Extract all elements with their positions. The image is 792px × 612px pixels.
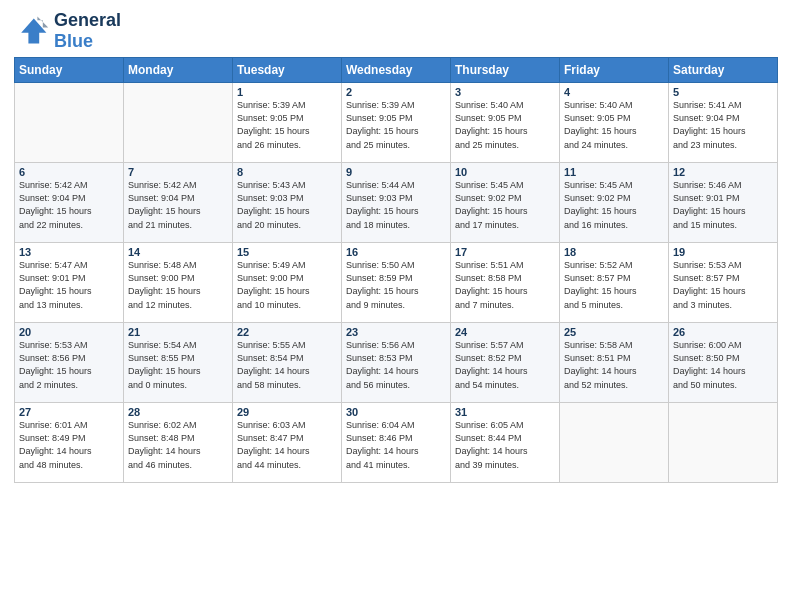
week-row-2: 6Sunrise: 5:42 AM Sunset: 9:04 PM Daylig… bbox=[15, 163, 778, 243]
calendar-cell: 2Sunrise: 5:39 AM Sunset: 9:05 PM Daylig… bbox=[342, 83, 451, 163]
calendar-cell: 11Sunrise: 5:45 AM Sunset: 9:02 PM Dayli… bbox=[560, 163, 669, 243]
day-info: Sunrise: 5:57 AM Sunset: 8:52 PM Dayligh… bbox=[455, 339, 555, 391]
day-info: Sunrise: 6:00 AM Sunset: 8:50 PM Dayligh… bbox=[673, 339, 773, 391]
calendar-cell: 9Sunrise: 5:44 AM Sunset: 9:03 PM Daylig… bbox=[342, 163, 451, 243]
weekday-header-sunday: Sunday bbox=[15, 58, 124, 83]
day-number: 2 bbox=[346, 86, 446, 98]
day-info: Sunrise: 5:49 AM Sunset: 9:00 PM Dayligh… bbox=[237, 259, 337, 311]
day-number: 25 bbox=[564, 326, 664, 338]
calendar-cell: 24Sunrise: 5:57 AM Sunset: 8:52 PM Dayli… bbox=[451, 323, 560, 403]
day-info: Sunrise: 5:39 AM Sunset: 9:05 PM Dayligh… bbox=[237, 99, 337, 151]
day-info: Sunrise: 5:45 AM Sunset: 9:02 PM Dayligh… bbox=[564, 179, 664, 231]
calendar-cell: 18Sunrise: 5:52 AM Sunset: 8:57 PM Dayli… bbox=[560, 243, 669, 323]
day-number: 15 bbox=[237, 246, 337, 258]
day-number: 24 bbox=[455, 326, 555, 338]
calendar-cell: 15Sunrise: 5:49 AM Sunset: 9:00 PM Dayli… bbox=[233, 243, 342, 323]
day-number: 1 bbox=[237, 86, 337, 98]
day-info: Sunrise: 5:48 AM Sunset: 9:00 PM Dayligh… bbox=[128, 259, 228, 311]
day-number: 8 bbox=[237, 166, 337, 178]
calendar-cell: 10Sunrise: 5:45 AM Sunset: 9:02 PM Dayli… bbox=[451, 163, 560, 243]
calendar-cell: 19Sunrise: 5:53 AM Sunset: 8:57 PM Dayli… bbox=[669, 243, 778, 323]
calendar-cell: 4Sunrise: 5:40 AM Sunset: 9:05 PM Daylig… bbox=[560, 83, 669, 163]
day-number: 23 bbox=[346, 326, 446, 338]
day-info: Sunrise: 5:39 AM Sunset: 9:05 PM Dayligh… bbox=[346, 99, 446, 151]
day-number: 12 bbox=[673, 166, 773, 178]
week-row-1: 1Sunrise: 5:39 AM Sunset: 9:05 PM Daylig… bbox=[15, 83, 778, 163]
day-number: 18 bbox=[564, 246, 664, 258]
week-row-4: 20Sunrise: 5:53 AM Sunset: 8:56 PM Dayli… bbox=[15, 323, 778, 403]
day-info: Sunrise: 5:52 AM Sunset: 8:57 PM Dayligh… bbox=[564, 259, 664, 311]
calendar-cell: 14Sunrise: 5:48 AM Sunset: 9:00 PM Dayli… bbox=[124, 243, 233, 323]
calendar-cell: 3Sunrise: 5:40 AM Sunset: 9:05 PM Daylig… bbox=[451, 83, 560, 163]
day-info: Sunrise: 5:46 AM Sunset: 9:01 PM Dayligh… bbox=[673, 179, 773, 231]
day-info: Sunrise: 6:05 AM Sunset: 8:44 PM Dayligh… bbox=[455, 419, 555, 471]
calendar-table: SundayMondayTuesdayWednesdayThursdayFrid… bbox=[14, 57, 778, 483]
day-info: Sunrise: 5:50 AM Sunset: 8:59 PM Dayligh… bbox=[346, 259, 446, 311]
calendar-cell bbox=[669, 403, 778, 483]
calendar-cell: 21Sunrise: 5:54 AM Sunset: 8:55 PM Dayli… bbox=[124, 323, 233, 403]
day-info: Sunrise: 5:45 AM Sunset: 9:02 PM Dayligh… bbox=[455, 179, 555, 231]
day-number: 13 bbox=[19, 246, 119, 258]
calendar-cell: 31Sunrise: 6:05 AM Sunset: 8:44 PM Dayli… bbox=[451, 403, 560, 483]
day-number: 26 bbox=[673, 326, 773, 338]
calendar-cell: 12Sunrise: 5:46 AM Sunset: 9:01 PM Dayli… bbox=[669, 163, 778, 243]
day-number: 21 bbox=[128, 326, 228, 338]
day-info: Sunrise: 5:53 AM Sunset: 8:56 PM Dayligh… bbox=[19, 339, 119, 391]
weekday-header-row: SundayMondayTuesdayWednesdayThursdayFrid… bbox=[15, 58, 778, 83]
day-number: 14 bbox=[128, 246, 228, 258]
day-number: 16 bbox=[346, 246, 446, 258]
calendar-cell: 30Sunrise: 6:04 AM Sunset: 8:46 PM Dayli… bbox=[342, 403, 451, 483]
weekday-header-saturday: Saturday bbox=[669, 58, 778, 83]
day-info: Sunrise: 6:03 AM Sunset: 8:47 PM Dayligh… bbox=[237, 419, 337, 471]
day-info: Sunrise: 6:02 AM Sunset: 8:48 PM Dayligh… bbox=[128, 419, 228, 471]
calendar-cell: 16Sunrise: 5:50 AM Sunset: 8:59 PM Dayli… bbox=[342, 243, 451, 323]
calendar-cell: 27Sunrise: 6:01 AM Sunset: 8:49 PM Dayli… bbox=[15, 403, 124, 483]
day-info: Sunrise: 5:40 AM Sunset: 9:05 PM Dayligh… bbox=[564, 99, 664, 151]
day-info: Sunrise: 6:01 AM Sunset: 8:49 PM Dayligh… bbox=[19, 419, 119, 471]
day-number: 19 bbox=[673, 246, 773, 258]
calendar-cell: 26Sunrise: 6:00 AM Sunset: 8:50 PM Dayli… bbox=[669, 323, 778, 403]
logo-text: GeneralBlue bbox=[54, 10, 121, 51]
calendar-cell bbox=[15, 83, 124, 163]
day-info: Sunrise: 6:04 AM Sunset: 8:46 PM Dayligh… bbox=[346, 419, 446, 471]
day-number: 10 bbox=[455, 166, 555, 178]
calendar-cell: 1Sunrise: 5:39 AM Sunset: 9:05 PM Daylig… bbox=[233, 83, 342, 163]
day-info: Sunrise: 5:56 AM Sunset: 8:53 PM Dayligh… bbox=[346, 339, 446, 391]
calendar-cell: 22Sunrise: 5:55 AM Sunset: 8:54 PM Dayli… bbox=[233, 323, 342, 403]
day-number: 28 bbox=[128, 406, 228, 418]
day-info: Sunrise: 5:44 AM Sunset: 9:03 PM Dayligh… bbox=[346, 179, 446, 231]
day-info: Sunrise: 5:53 AM Sunset: 8:57 PM Dayligh… bbox=[673, 259, 773, 311]
header: GeneralBlue bbox=[14, 10, 778, 51]
day-number: 27 bbox=[19, 406, 119, 418]
calendar-cell: 25Sunrise: 5:58 AM Sunset: 8:51 PM Dayli… bbox=[560, 323, 669, 403]
day-number: 6 bbox=[19, 166, 119, 178]
calendar-cell: 23Sunrise: 5:56 AM Sunset: 8:53 PM Dayli… bbox=[342, 323, 451, 403]
calendar-cell bbox=[124, 83, 233, 163]
weekday-header-friday: Friday bbox=[560, 58, 669, 83]
day-number: 30 bbox=[346, 406, 446, 418]
day-number: 31 bbox=[455, 406, 555, 418]
weekday-header-thursday: Thursday bbox=[451, 58, 560, 83]
day-number: 20 bbox=[19, 326, 119, 338]
week-row-5: 27Sunrise: 6:01 AM Sunset: 8:49 PM Dayli… bbox=[15, 403, 778, 483]
logo: GeneralBlue bbox=[14, 10, 121, 51]
day-info: Sunrise: 5:47 AM Sunset: 9:01 PM Dayligh… bbox=[19, 259, 119, 311]
day-number: 7 bbox=[128, 166, 228, 178]
calendar-cell: 7Sunrise: 5:42 AM Sunset: 9:04 PM Daylig… bbox=[124, 163, 233, 243]
day-info: Sunrise: 5:43 AM Sunset: 9:03 PM Dayligh… bbox=[237, 179, 337, 231]
day-number: 5 bbox=[673, 86, 773, 98]
calendar-cell: 29Sunrise: 6:03 AM Sunset: 8:47 PM Dayli… bbox=[233, 403, 342, 483]
weekday-header-wednesday: Wednesday bbox=[342, 58, 451, 83]
calendar-cell bbox=[560, 403, 669, 483]
page: GeneralBlue SundayMondayTuesdayWednesday… bbox=[0, 0, 792, 612]
day-number: 17 bbox=[455, 246, 555, 258]
day-number: 22 bbox=[237, 326, 337, 338]
week-row-3: 13Sunrise: 5:47 AM Sunset: 9:01 PM Dayli… bbox=[15, 243, 778, 323]
day-info: Sunrise: 5:51 AM Sunset: 8:58 PM Dayligh… bbox=[455, 259, 555, 311]
calendar-cell: 17Sunrise: 5:51 AM Sunset: 8:58 PM Dayli… bbox=[451, 243, 560, 323]
svg-marker-0 bbox=[21, 18, 46, 43]
day-info: Sunrise: 5:42 AM Sunset: 9:04 PM Dayligh… bbox=[128, 179, 228, 231]
calendar-cell: 8Sunrise: 5:43 AM Sunset: 9:03 PM Daylig… bbox=[233, 163, 342, 243]
day-number: 4 bbox=[564, 86, 664, 98]
weekday-header-tuesday: Tuesday bbox=[233, 58, 342, 83]
